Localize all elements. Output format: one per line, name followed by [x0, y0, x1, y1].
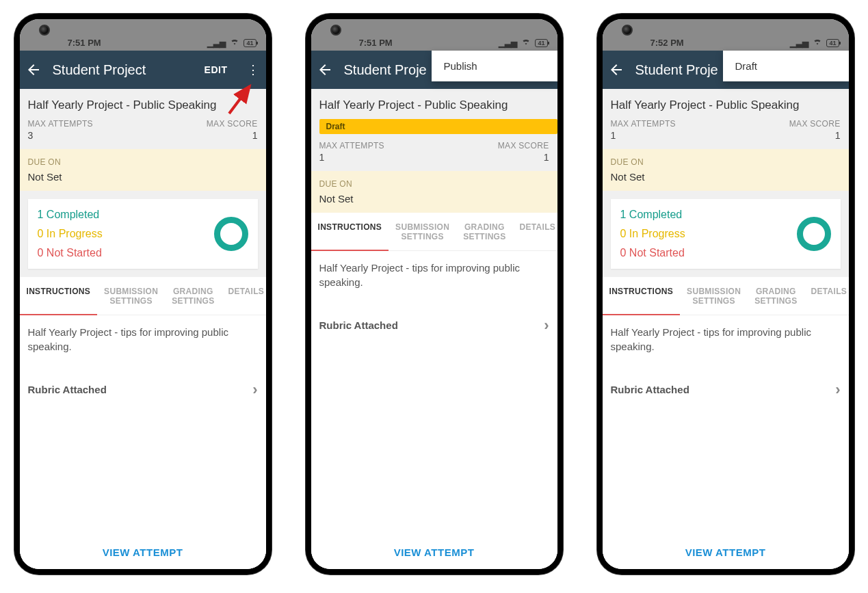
- overflow-menu-popover[interactable]: Publish: [432, 51, 557, 81]
- signal-icon: ▁▃▅: [207, 38, 226, 48]
- due-block: DUE ON Not Set: [20, 149, 266, 191]
- meta-row: MAX ATTEMPTS 1 MAX SCORE 1: [311, 141, 557, 171]
- project-title: Half Yearly Project - Public Speaking: [311, 89, 557, 119]
- due-value: Not Set: [319, 193, 549, 205]
- camera-notch: [39, 25, 50, 36]
- battery-icon: 41: [244, 39, 256, 47]
- tabs: INSTRUCTIONS SUBMISSIONSETTINGS GRADINGS…: [20, 277, 266, 315]
- tab-instructions[interactable]: INSTRUCTIONS: [20, 277, 98, 315]
- signal-icon: ▁▃▅: [790, 38, 808, 48]
- tab-grading-settings[interactable]: GRADINGSETTINGS: [456, 213, 512, 250]
- max-score-value: 1: [498, 152, 549, 163]
- tab-submission-settings[interactable]: SUBMISSIONSETTINGS: [680, 277, 748, 315]
- status-icons: ▁▃▅ 41: [790, 38, 839, 48]
- tab-details[interactable]: DETAILS: [804, 277, 849, 315]
- chevron-right-icon: ›: [252, 381, 257, 399]
- project-title: Half Yearly Project - Public Speaking: [20, 89, 266, 119]
- tab-submission-settings[interactable]: SUBMISSIONSETTINGS: [389, 213, 456, 250]
- chevron-right-icon: ›: [835, 381, 840, 399]
- max-score-label: MAX SCORE: [207, 119, 258, 129]
- battery-icon: 41: [535, 39, 547, 47]
- back-icon[interactable]: [317, 62, 333, 78]
- tab-details[interactable]: DETAILS: [513, 213, 557, 250]
- status-icons: ▁▃▅ 41: [499, 38, 547, 48]
- completed-label: Completed: [629, 209, 682, 220]
- due-label: DUE ON: [611, 157, 841, 167]
- tab-grading-settings[interactable]: GRADINGSETTINGS: [165, 277, 221, 315]
- notstarted-label: Not Started: [629, 247, 685, 259]
- due-block: DUE ON Not Set: [603, 149, 849, 191]
- view-attempt-button[interactable]: VIEW ATTEMPT: [20, 536, 266, 569]
- meta-row: MAX ATTEMPTS 3 MAX SCORE 1: [20, 119, 266, 149]
- menu-item-publish[interactable]: Publish: [444, 60, 477, 72]
- back-icon[interactable]: [25, 62, 42, 78]
- tab-details[interactable]: DETAILS: [222, 277, 266, 315]
- rubric-row[interactable]: Rubric Attached ›: [611, 381, 841, 399]
- status-card: 1 Completed 0 In Progress 0 Not Started: [28, 199, 258, 269]
- view-attempt-button[interactable]: VIEW ATTEMPT: [603, 536, 849, 569]
- instruction-text: Half Yearly Project - tips for improving…: [319, 261, 549, 289]
- phone-1: 7:51 PM ▁▃▅ 41 Student Project EDIT ⋮ Ha…: [14, 14, 272, 575]
- status-bar: 7:51 PM ▁▃▅ 41: [20, 19, 266, 51]
- wifi-icon: [813, 38, 822, 48]
- rubric-row[interactable]: Rubric Attached ›: [319, 317, 549, 334]
- tab-body: Half Yearly Project - tips for improving…: [603, 315, 849, 536]
- signal-icon: ▁▃▅: [499, 38, 517, 48]
- rubric-label: Rubric Attached: [319, 319, 398, 331]
- instruction-text: Half Yearly Project - tips for improving…: [611, 325, 841, 354]
- inprogress-label: In Progress: [47, 228, 103, 239]
- edit-button[interactable]: EDIT: [199, 59, 233, 81]
- completed-count: 1: [620, 209, 627, 220]
- due-label: DUE ON: [319, 179, 549, 189]
- progress-ring-icon: [214, 217, 248, 251]
- screen: 7:51 PM ▁▃▅ 41 Student Proje Publish: [311, 19, 557, 569]
- max-attempts-label: MAX ATTEMPTS: [611, 119, 676, 129]
- app-bar: Student Proje Publish: [311, 51, 557, 89]
- inprogress-label: In Progress: [629, 228, 685, 239]
- rubric-row[interactable]: Rubric Attached ›: [28, 381, 258, 399]
- max-score-label: MAX SCORE: [498, 141, 549, 150]
- app-bar-title: Student Project: [53, 62, 188, 78]
- inprogress-count: 0: [38, 228, 44, 239]
- notstarted-count: 0: [38, 247, 44, 259]
- tab-body: Half Yearly Project - tips for improving…: [20, 315, 266, 536]
- tab-instructions[interactable]: INSTRUCTIONS: [603, 277, 681, 315]
- content: Half Yearly Project - Public Speaking MA…: [603, 89, 849, 569]
- battery-icon: 41: [826, 39, 839, 47]
- max-attempts-label: MAX ATTEMPTS: [319, 141, 384, 150]
- screen: 7:51 PM ▁▃▅ 41 Student Project EDIT ⋮ Ha…: [20, 19, 266, 569]
- wifi-icon: [521, 38, 531, 48]
- completed-label: Completed: [47, 209, 99, 220]
- view-attempt-button[interactable]: VIEW ATTEMPT: [311, 536, 557, 569]
- status-bar: 7:52 PM ▁▃▅ 41: [603, 19, 849, 51]
- max-attempts-value: 3: [28, 130, 93, 141]
- wifi-icon: [230, 38, 239, 48]
- rubric-label: Rubric Attached: [611, 384, 689, 395]
- due-block: DUE ON Not Set: [311, 171, 557, 213]
- phone-2: 7:51 PM ▁▃▅ 41 Student Proje Publish: [306, 14, 563, 575]
- content: Half Yearly Project - Public Speaking Dr…: [311, 89, 557, 569]
- content: Half Yearly Project - Public Speaking MA…: [20, 89, 266, 569]
- status-icons: ▁▃▅ 41: [207, 38, 256, 48]
- app-bar: Student Project EDIT ⋮: [20, 51, 266, 89]
- overflow-menu-popover[interactable]: Draft: [723, 51, 849, 81]
- project-title: Half Yearly Project - Public Speaking: [603, 89, 849, 119]
- completed-count: 1: [38, 209, 44, 220]
- tab-instructions[interactable]: INSTRUCTIONS: [311, 213, 389, 250]
- chevron-right-icon: ›: [544, 317, 549, 334]
- due-value: Not Set: [28, 171, 258, 183]
- tab-submission-settings[interactable]: SUBMISSIONSETTINGS: [97, 277, 165, 315]
- due-value: Not Set: [611, 171, 841, 183]
- back-icon[interactable]: [608, 62, 624, 78]
- max-score-value: 1: [207, 130, 258, 141]
- rubric-label: Rubric Attached: [28, 384, 107, 395]
- overflow-menu-icon[interactable]: ⋮: [244, 57, 261, 83]
- tab-grading-settings[interactable]: GRADINGSETTINGS: [748, 277, 804, 315]
- status-card: 1 Completed 0 In Progress 0 Not Started: [611, 199, 841, 269]
- status-bar: 7:51 PM ▁▃▅ 41: [311, 19, 557, 51]
- menu-item-draft[interactable]: Draft: [735, 60, 758, 72]
- status-time: 7:51 PM: [29, 38, 101, 48]
- due-label: DUE ON: [28, 157, 258, 167]
- status-time: 7:52 PM: [612, 38, 684, 48]
- max-attempts-value: 1: [611, 130, 676, 141]
